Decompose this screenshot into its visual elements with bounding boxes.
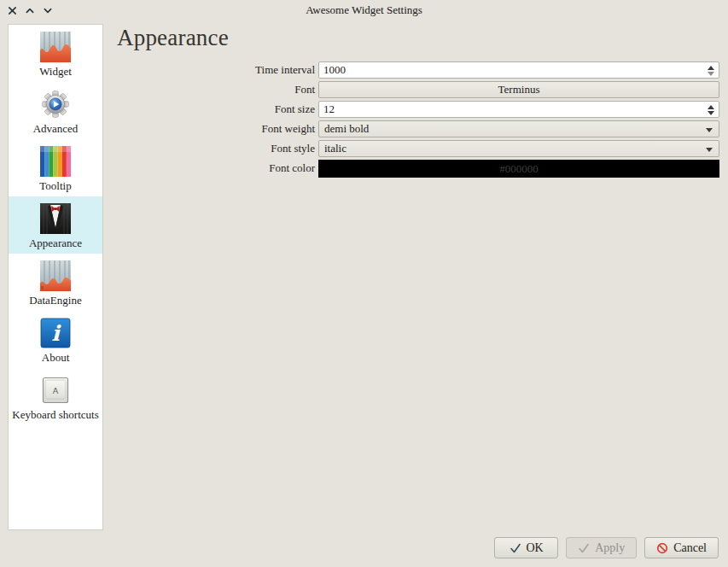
sidebar-item-tooltip[interactable]: Tooltip [9,139,102,196]
sidebar-item-label: Keyboard shortcuts [12,408,98,421]
chevron-down-icon [706,128,713,132]
sidebar-item-appearance[interactable]: Appearance [9,196,102,254]
time-interval-spinbox[interactable]: 1000 [318,61,719,79]
apply-button[interactable]: Apply [566,537,637,558]
cancel-button-label: Cancel [673,541,707,555]
sidebar-item-dataengine[interactable]: DataEngine [9,254,102,311]
sidebar-item-widget[interactable]: Widget [9,25,102,82]
chevron-down-icon [706,148,713,152]
sidebar-item-label: Tooltip [39,179,71,192]
ok-button-label: OK [527,541,544,555]
titlebar: Awesome Widget Settings [0,0,728,20]
apply-button-label: Apply [595,541,625,555]
font-size-spinbox[interactable]: 12 [318,101,719,118]
sidebar-item-label: Appearance [29,237,82,249]
spin-down-button[interactable] [708,72,714,76]
font-style-value: italic [324,142,347,155]
sidebar-item-label: Widget [39,65,72,78]
svg-text:A: A [53,386,59,395]
font-style-combobox[interactable]: italic [318,140,719,157]
font-color-label: Font color [111,160,316,177]
spin-up-button[interactable] [708,105,714,109]
info-icon: i [40,318,71,348]
sidebar-item-about[interactable]: i About [9,311,102,368]
font-color-button[interactable]: #000000 [318,160,719,178]
font-size-value: 12 [323,102,335,116]
font-size-label: Font size [111,101,316,118]
font-label: Font [111,81,316,98]
font-select-button[interactable]: Terminus [318,81,719,98]
color-stripes-icon [40,146,71,177]
font-weight-combobox[interactable]: demi bold [318,120,719,137]
font-weight-value: demi bold [324,122,369,136]
sidebar-item-label: About [42,351,70,364]
time-interval-label: Time interval [111,61,316,79]
time-interval-value: 1000 [323,63,346,77]
sidebar-item-label: DataEngine [29,294,81,307]
awesome-widget-settings-window: { "window": { "title": "Awesome Widget S… [0,0,728,567]
font-weight-label: Font weight [111,120,316,137]
check-icon [578,542,590,554]
dialog-button-box: OK Apply Cancel [494,537,719,558]
sidebar-item-label: Advanced [33,122,79,135]
dataengine-chart-icon [40,260,71,291]
category-sidebar: Widget [8,24,103,530]
window-title: Awesome Widget Settings [0,0,728,20]
sidebar-item-keyboard-shortcuts[interactable]: A Keyboard shortcuts [9,368,102,425]
prohibition-icon [656,542,668,554]
appearance-form: Time interval 1000 Font Terminus Font si… [111,61,719,178]
spin-up-button[interactable] [708,66,714,70]
ok-button[interactable]: OK [494,537,558,558]
page-title: Appearance [117,25,719,51]
font-style-label: Font style [111,140,316,157]
spinner-buttons [708,102,714,119]
cancel-button[interactable]: Cancel [644,537,719,558]
spinner-buttons [708,62,714,79]
gear-icon [40,89,71,120]
keyboard-key-icon: A [40,375,71,406]
tuxedo-icon [40,203,71,234]
spin-down-button[interactable] [708,111,714,115]
widget-chart-icon [40,32,71,62]
check-icon [510,542,521,554]
settings-page-appearance: Appearance Time interval 1000 Font Termi… [111,24,719,178]
sidebar-item-advanced[interactable]: Advanced [9,82,102,139]
